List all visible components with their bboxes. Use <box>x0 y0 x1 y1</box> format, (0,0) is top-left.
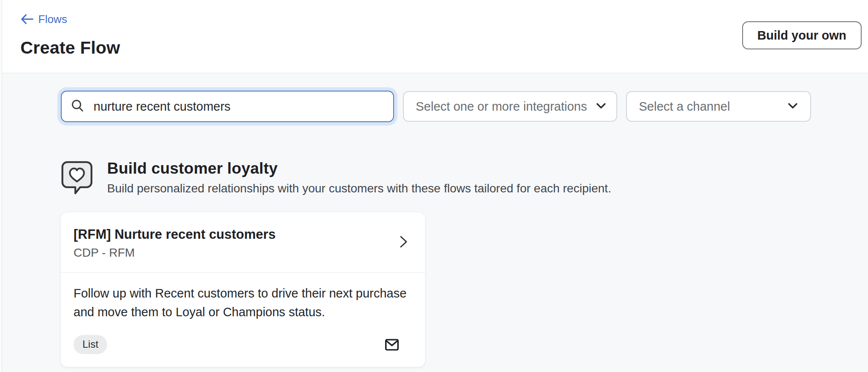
flow-card-title: [RFM] Nurture recent customers <box>74 227 391 242</box>
back-to-flows-link[interactable]: Flows <box>20 13 67 26</box>
flow-card-description: Follow up with Recent customers to drive… <box>74 284 412 321</box>
section-text: Build customer loyalty Build personalize… <box>107 160 611 195</box>
back-link-label: Flows <box>38 13 67 26</box>
heart-speech-bubble-icon <box>61 160 93 197</box>
flow-card-footer: List <box>74 335 412 354</box>
collapsed-sidebar-rail <box>0 0 2 372</box>
page-title: Create Flow <box>20 38 868 58</box>
chevron-down-icon <box>594 98 608 114</box>
search-input[interactable] <box>94 92 385 121</box>
integrations-select[interactable]: Select one or more integrations <box>403 91 617 122</box>
flow-card-header[interactable]: [RFM] Nurture recent customers CDP - RFM <box>61 212 425 272</box>
flow-card-subtitle: CDP - RFM <box>74 246 391 260</box>
list-tag-badge: List <box>74 335 107 354</box>
flow-card-body: Follow up with Recent customers to drive… <box>61 273 425 367</box>
page-header: Flows Create Flow Build your own <box>0 0 868 73</box>
section-description: Build personalized relationships with yo… <box>107 182 611 195</box>
channel-select-label: Select a channel <box>639 100 730 114</box>
chevron-right-icon[interactable] <box>397 233 410 252</box>
build-your-own-button[interactable]: Build your own <box>742 21 862 49</box>
section-title: Build customer loyalty <box>107 160 611 177</box>
section-header-build-customer-loyalty: Build customer loyalty Build personalize… <box>61 160 868 197</box>
filter-row: Select one or more integrations Select a… <box>61 91 868 122</box>
channel-select[interactable]: Select a channel <box>626 91 811 122</box>
flow-search-field[interactable] <box>61 91 394 122</box>
integrations-select-label: Select one or more integrations <box>416 100 587 114</box>
arrow-left-icon <box>20 13 34 25</box>
mail-icon <box>383 337 400 353</box>
flow-template-card: [RFM] Nurture recent customers CDP - RFM… <box>61 212 425 367</box>
chevron-down-icon <box>779 98 800 114</box>
search-icon <box>71 99 84 114</box>
content-area: Select one or more integrations Select a… <box>0 73 868 372</box>
